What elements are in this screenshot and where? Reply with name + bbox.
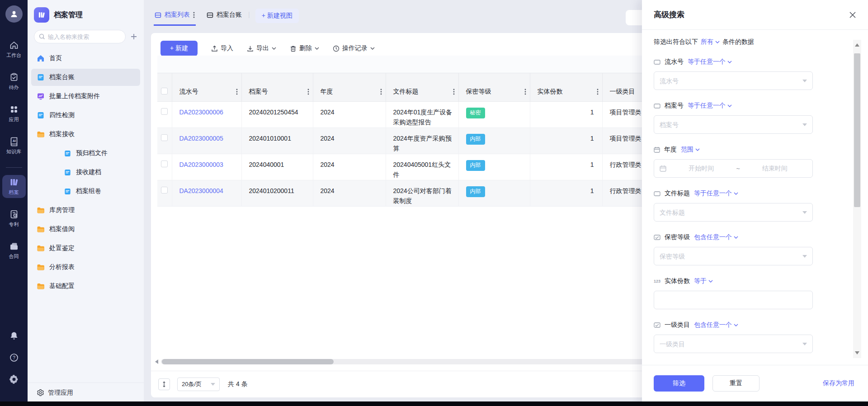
- chevron-down-icon: [272, 47, 276, 50]
- sidebar-item-archive-volume[interactable]: 档案组卷: [31, 183, 140, 200]
- level-filter-input[interactable]: [660, 253, 799, 260]
- new-view-button[interactable]: + 新建视图: [255, 9, 299, 23]
- patent-doc-icon: [9, 209, 19, 219]
- serial-link[interactable]: DA2023000006: [179, 109, 223, 116]
- tab-archive-ledger[interactable]: 档案台账: [206, 8, 243, 24]
- end-date-placeholder[interactable]: 结束时间: [743, 165, 807, 173]
- rail-item-patent[interactable]: 专利: [2, 207, 26, 230]
- sidebar-item-home[interactable]: 首页: [31, 50, 140, 67]
- operator-select[interactable]: 等于任意一个: [688, 58, 732, 66]
- notifications-bell-icon[interactable]: [9, 331, 19, 341]
- operator-select[interactable]: 范围: [681, 146, 700, 154]
- rail-item-label: 待办: [9, 84, 19, 91]
- operator-select[interactable]: 等于: [694, 277, 713, 285]
- trash-icon: [290, 45, 297, 52]
- operator-select[interactable]: 包含任意一个: [694, 233, 738, 241]
- operator-select[interactable]: 等于任意一个: [694, 189, 738, 198]
- scroll-up-arrow-icon[interactable]: [855, 43, 859, 47]
- reset-button[interactable]: 重置: [712, 375, 760, 392]
- settings-gear-icon[interactable]: [9, 374, 19, 384]
- archive-no-filter-select[interactable]: [654, 115, 813, 134]
- row-checkbox[interactable]: [161, 108, 168, 115]
- page-size-select[interactable]: 20条/页: [177, 378, 220, 391]
- rail-item-contract[interactable]: 合同: [2, 239, 26, 262]
- level-filter-select[interactable]: [654, 247, 813, 265]
- save-as-common-link[interactable]: 保存为常用: [823, 379, 854, 387]
- column-menu-dots-icon[interactable]: [380, 89, 382, 95]
- sidebar-item-base-config[interactable]: 基础配置: [31, 278, 140, 295]
- contract-folder-icon: [9, 241, 19, 251]
- sidebar-item-archive-ledger[interactable]: 档案台账: [31, 69, 140, 86]
- manage-app-button[interactable]: 管理应用: [28, 382, 144, 402]
- delete-button[interactable]: 删除: [290, 44, 319, 52]
- operator-select[interactable]: 等于任意一个: [688, 102, 732, 110]
- column-menu-dots-icon[interactable]: [236, 89, 238, 95]
- serial-link[interactable]: DA2023000003: [179, 161, 223, 168]
- serial-link[interactable]: DA2023000005: [179, 135, 223, 142]
- copies-cell: 1: [530, 128, 602, 154]
- filter-button[interactable]: 筛选: [654, 375, 704, 392]
- panel-scrollbar[interactable]: [853, 40, 861, 358]
- copies-filter-input[interactable]: [660, 297, 807, 304]
- close-icon[interactable]: [849, 11, 856, 19]
- sidebar-item-report[interactable]: 分析报表: [31, 259, 140, 276]
- sidebar-item-borrow[interactable]: 档案借阅: [31, 221, 140, 238]
- year-range-picker[interactable]: 开始时间 ~ 结束时间: [654, 159, 813, 178]
- condition-mode-value: 所有: [701, 38, 713, 46]
- rail-item-todo[interactable]: 待办: [2, 70, 26, 93]
- serial-link[interactable]: DA2023000004: [179, 187, 223, 194]
- tab-menu-dots-icon[interactable]: [193, 12, 195, 18]
- view-tabbar: 档案列表 档案台账 | + 新建视图: [154, 8, 299, 26]
- filter-group-serial: 流水号 等于任意一个: [654, 58, 868, 90]
- serial-filter-select[interactable]: [654, 71, 813, 90]
- start-date-placeholder[interactable]: 开始时间: [669, 165, 733, 173]
- rail-item-workbench[interactable]: 工作台: [2, 38, 26, 61]
- row-checkbox[interactable]: [161, 161, 168, 167]
- column-header-category: 一级类目: [610, 88, 635, 96]
- condition-mode-select[interactable]: 所有: [701, 38, 720, 46]
- category-filter-input[interactable]: [660, 340, 799, 348]
- row-height-button[interactable]: [158, 378, 170, 390]
- user-avatar[interactable]: [5, 5, 23, 23]
- rail-item-archive[interactable]: 档案: [2, 175, 26, 198]
- title-filter-select[interactable]: [654, 203, 813, 222]
- add-icon[interactable]: [130, 33, 137, 40]
- operation-log-button[interactable]: 操作记录: [333, 44, 375, 52]
- new-record-button[interactable]: + 新建: [160, 41, 198, 56]
- app-logo: [34, 7, 49, 23]
- sidebar-search[interactable]: [34, 30, 126, 43]
- tab-archive-list[interactable]: 档案列表: [154, 8, 196, 26]
- copies-cell: 1: [530, 154, 602, 180]
- hscroll-thumb[interactable]: [162, 359, 334, 364]
- sidebar-item-archive-receive[interactable]: 档案接收: [31, 126, 140, 143]
- title-filter-input[interactable]: [660, 209, 799, 216]
- sidebar-item-pre-archive[interactable]: 预归档文件: [31, 145, 140, 162]
- row-checkbox[interactable]: [161, 134, 168, 141]
- select-all-checkbox[interactable]: [161, 88, 168, 94]
- column-menu-dots-icon[interactable]: [453, 89, 455, 95]
- help-icon[interactable]: ?: [9, 353, 19, 363]
- serial-filter-input[interactable]: [660, 77, 799, 85]
- vscroll-thumb[interactable]: [854, 53, 860, 207]
- row-checkbox[interactable]: [161, 187, 168, 194]
- rail-item-knowledge[interactable]: AI 知识库: [2, 134, 26, 157]
- archive-no-filter-input[interactable]: [660, 121, 799, 128]
- rail-item-apps[interactable]: 应用: [2, 102, 26, 125]
- sidebar-item-four-check[interactable]: 四性检测: [31, 107, 140, 124]
- copies-filter-field[interactable]: [654, 291, 813, 309]
- column-menu-dots-icon[interactable]: [307, 89, 309, 95]
- scroll-down-arrow-icon[interactable]: [855, 351, 859, 354]
- sidebar-item-disposal[interactable]: 处置鉴定: [31, 240, 140, 257]
- archive-no-cell: 20240201250454: [241, 102, 313, 128]
- sidebar-item-receive-create[interactable]: 接收建档: [31, 164, 140, 181]
- export-button[interactable]: 导出: [247, 44, 276, 52]
- category-filter-select[interactable]: [654, 335, 813, 353]
- search-input[interactable]: [48, 33, 107, 40]
- scroll-left-arrow-icon[interactable]: [155, 359, 158, 364]
- sidebar-item-batch-upload[interactable]: 批量上传档案附件: [31, 88, 140, 105]
- sidebar-item-warehouse[interactable]: 库房管理: [31, 202, 140, 219]
- column-menu-dots-icon[interactable]: [524, 89, 526, 95]
- import-button[interactable]: 导入: [211, 44, 233, 52]
- column-menu-dots-icon[interactable]: [597, 89, 599, 95]
- operator-select[interactable]: 包含任意一个: [694, 321, 738, 329]
